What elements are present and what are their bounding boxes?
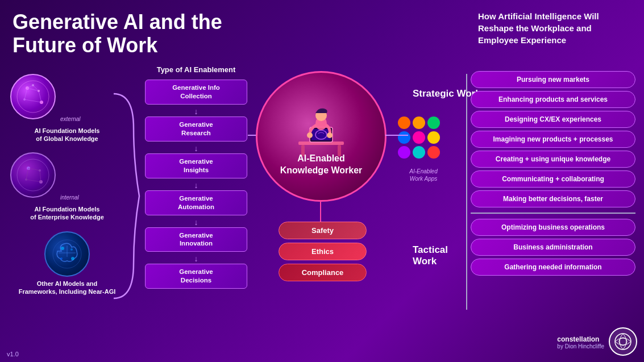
center-title: AI-Enabled Knowledge Worker: [280, 153, 363, 177]
dot-4: [398, 131, 410, 144]
model1-label: AI Foundation Models of Global Knowledge: [10, 127, 124, 143]
svg-line-19: [26, 168, 28, 180]
model3-label: Other AI Models and Frameworks, Includin…: [10, 280, 124, 296]
logo-name: constellation: [557, 335, 604, 343]
version-label: v1.0: [7, 351, 19, 357]
outcome-communicating: Communicating + collaborating: [471, 170, 635, 188]
svg-line-8: [24, 88, 27, 99]
outcome-decisions: Making better decisions, faster: [471, 190, 635, 207]
external-label: external: [60, 116, 81, 122]
outcome-creating: Creating + using unique knowledge: [471, 151, 635, 168]
dot-3: [427, 116, 440, 129]
outcome-administration: Business administration: [471, 239, 635, 256]
svg-point-24: [60, 257, 63, 260]
outcome-gathering: Gathering needed information: [471, 259, 635, 276]
svg-line-17: [28, 168, 40, 170]
svg-point-35: [327, 132, 333, 138]
dot-6: [427, 131, 440, 144]
compliance-box: Compliance: [279, 264, 367, 281]
arrow-5: ↓: [145, 254, 247, 263]
dot-7: [398, 146, 410, 159]
vertical-divider: [466, 74, 467, 310]
work-apps-label: AI-Enabled Work Apps: [395, 168, 452, 182]
outcome-pursuing: Pursuing new markets: [471, 71, 635, 88]
ethics-box: Ethics: [279, 243, 367, 260]
outcome-imagining: Imagining new products + processes: [471, 131, 635, 148]
main-title: Generative AI and the Future of Work: [13, 10, 222, 57]
ai-box-research: GenerativeResearch: [145, 116, 247, 142]
tactical-work-label: TacticalWork: [413, 244, 448, 268]
dot-1: [398, 116, 410, 129]
logo-byline: by Dion Hinchcliffe: [557, 343, 604, 349]
model2-label: AI Foundation Models of Enterprise Knowl…: [10, 205, 124, 222]
svg-point-23: [70, 248, 73, 251]
outcome-designing: Designing CX/EX experiences: [471, 111, 635, 128]
ai-enablement-column: Type of AI Enablement Generative InfoCol…: [145, 65, 247, 291]
ai-box-insights: GenerativeInsights: [145, 153, 247, 178]
logo-area: constellation by Dion Hinchcliffe: [557, 327, 637, 357]
arrow-2: ↓: [145, 144, 247, 153]
svg-line-18: [40, 170, 41, 182]
dot-5: [413, 131, 425, 144]
svg-point-22: [61, 247, 64, 250]
work-apps-dots: [398, 116, 449, 159]
arrow-1: ↓: [145, 107, 247, 116]
svg-point-36: [615, 334, 631, 349]
center-knowledge-worker: AI-Enabled Knowledge Worker: [256, 71, 387, 202]
arrow-3: ↓: [145, 181, 247, 190]
svg-point-12: [17, 159, 49, 191]
svg-line-9: [24, 99, 41, 102]
svg-line-7: [39, 91, 41, 102]
internal-label: internal: [60, 194, 79, 201]
svg-point-25: [71, 257, 74, 260]
dot-9: [427, 146, 440, 159]
h-connector-right: [385, 135, 408, 136]
svg-line-20: [26, 180, 41, 182]
ai-box-decisions: GenerativeDecisions: [145, 264, 247, 289]
logo-circle: [609, 327, 637, 356]
arrow-4: ↓: [145, 218, 247, 227]
globe-other: [44, 231, 90, 277]
right-header: How Artificial Intelligence Will Reshape…: [478, 10, 631, 46]
dot-8: [413, 146, 425, 159]
ai-box-innovation: GenerativeInnovation: [145, 227, 247, 252]
outcomes-divider: [471, 213, 635, 214]
outcome-optimizing: Optimizing business operations: [471, 219, 635, 236]
globe-external: [10, 74, 56, 119]
outcomes-column: Pursuing new markets Enhancing products …: [471, 71, 635, 276]
ai-box-info: Generative InfoCollection: [145, 80, 247, 105]
enablement-title: Type of AI Enablement: [145, 65, 247, 74]
dot-2: [413, 116, 425, 129]
brace-connector: [111, 82, 145, 310]
safety-ethics-compliance: Safety Ethics Compliance: [279, 222, 367, 281]
vertical-connector: [320, 202, 321, 224]
globe-internal: [10, 152, 56, 198]
ai-box-automation: GenerativeAutomation: [145, 190, 247, 215]
safety-box: Safety: [279, 222, 367, 239]
left-models-column: external AI Foundation Models of Global …: [10, 74, 124, 296]
outcome-enhancing: Enhancing products and services: [471, 91, 635, 108]
svg-point-34: [307, 132, 313, 138]
